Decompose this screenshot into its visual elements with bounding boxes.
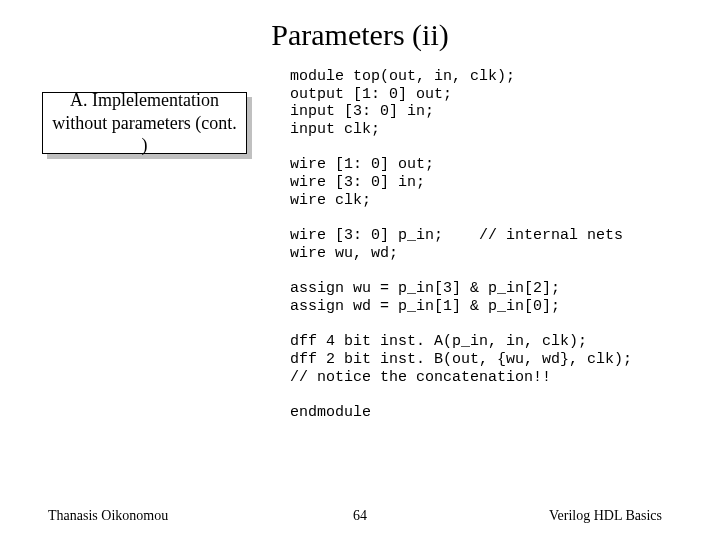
callout-line1: A. Implelementation [70, 90, 219, 110]
callout-line2: without parameters (cont. ) [52, 113, 236, 156]
code-block: module top(out, in, clk); output [1: 0] … [290, 68, 632, 422]
callout-text: A. Implelementation without parameters (… [49, 89, 240, 157]
slide-title: Parameters (ii) [0, 18, 720, 52]
slide: Parameters (ii) A. Implelementation with… [0, 0, 720, 540]
callout-box: A. Implelementation without parameters (… [42, 92, 247, 154]
footer-subject: Verilog HDL Basics [549, 508, 662, 524]
